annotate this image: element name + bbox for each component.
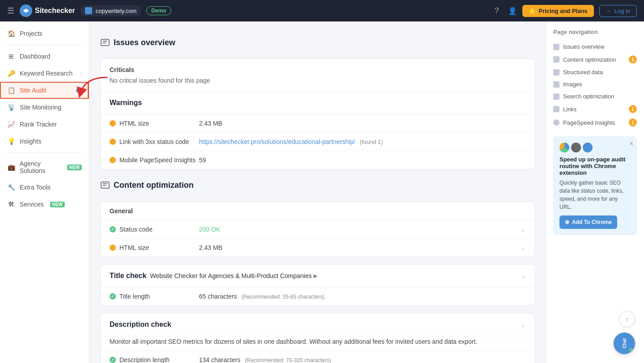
content-nav-icon [553, 56, 559, 63]
sitechecker-small-icon [583, 143, 593, 152]
sidebar-label-projects: Projects [20, 30, 42, 37]
site-audit-icon: 📋 [7, 86, 15, 94]
page-nav-item-issues-overview[interactable]: Issues overview [553, 41, 637, 53]
page-nav-label-search-opt: Search optimization [563, 93, 614, 100]
title-length-row: Title length 65 characters (Recommended:… [101, 287, 534, 305]
svg-rect-4 [101, 182, 109, 188]
page-nav-title: Page navigation [553, 29, 637, 35]
description-length-chars: 134 characters [199, 356, 241, 363]
pricing-label: Pricing and Plans [538, 8, 587, 14]
link-3xx-url[interactable]: https://sitechecker.pro/solutions/educat… [199, 138, 355, 145]
title-check-header[interactable]: Title check Website Checker for Agencies… [101, 265, 534, 287]
title-length-chars: 65 characters [199, 293, 237, 300]
user-icon[interactable]: 👤 [508, 7, 517, 15]
description-length-row: Description length 134 characters (Recom… [101, 350, 534, 363]
title-check-label: Title check [110, 272, 146, 280]
sidebar: 🏠 Projects ⊞ Dashboard 🔑 Keyword Researc… [0, 21, 89, 363]
page-nav-label-issues-overview: Issues overview [563, 43, 604, 50]
content-opt-badge: 1 [629, 55, 637, 63]
warning-value-html-size: 2.43 MB [199, 120, 525, 127]
page-nav-item-pagespeed[interactable]: PageSpeed Insights 1 [553, 116, 637, 129]
title-check-expand[interactable]: ⌄ [521, 272, 525, 279]
login-button[interactable]: → Log in [599, 5, 637, 17]
chrome-btn-icon: ⊕ [565, 219, 569, 225]
sidebar-item-dashboard[interactable]: ⊞ Dashboard [0, 48, 89, 65]
sidebar-label-site-monitoring: Site Monitoring [20, 104, 61, 111]
sidebar-label-dashboard: Dashboard [20, 53, 51, 60]
html-size-expand[interactable]: ⌄ [521, 244, 525, 251]
sidebar-item-site-audit[interactable]: 📋 Site Audit [0, 82, 89, 99]
warning-row-pagespeed: Mobile PageSpeed Insights 59 [101, 151, 534, 169]
add-to-chrome-button[interactable]: ⊕ Add To Chrome [559, 215, 617, 229]
title-check-section: Title check Website Checker for Agencies… [100, 264, 535, 306]
general-section: General Status code 200 OK ⌄ HTML size [100, 201, 535, 257]
chat-label: Chat [622, 338, 627, 348]
chrome-btn-label: Add To Chrome [572, 219, 612, 225]
sidebar-item-projects[interactable]: 🏠 Projects [0, 25, 89, 42]
promo-description: Quickly gather basic SEO data like statu… [559, 179, 631, 211]
sidebar-item-insights[interactable]: 💡 Insights [0, 133, 89, 150]
promo-close-button[interactable]: × [630, 140, 633, 147]
svg-rect-1 [101, 39, 109, 46]
status-code-label: Status code [110, 226, 199, 233]
title-length-value: 65 characters (Recommended: 35-65 charac… [199, 293, 525, 300]
insights-icon: 💡 [7, 137, 15, 145]
link-3xx-found: (found 1) [360, 139, 383, 145]
page-nav-item-images[interactable]: Images [553, 78, 637, 90]
sidebar-label-agency-solutions: Agency Solutions [20, 160, 61, 174]
description-check-header[interactable]: Description check ⌄ [101, 313, 534, 336]
ok-dot-status [110, 226, 116, 232]
description-check-section: Description check ⌄ Monitor all importan… [100, 313, 535, 363]
warning-dot-link-3xx [110, 139, 116, 145]
promo-title: Speed up on-page audit routine with Chro… [559, 156, 631, 176]
sidebar-item-keyword-research[interactable]: 🔑 Keyword Research › [0, 65, 89, 82]
title-check-value-container: Website Checker for Agencies & Multi-Pro… [150, 272, 318, 279]
home-icon: 🏠 [7, 30, 15, 38]
sidebar-label-site-audit: Site Audit [20, 87, 46, 94]
logo-text: Sitechecker [35, 7, 75, 15]
content-optimization-title: Content optimization [114, 181, 194, 190]
html-size-value: 2.43 MB [199, 244, 521, 251]
page-nav-item-structured-data[interactable]: Structured data [553, 66, 637, 78]
description-value: Monitor all important SEO metrics for do… [110, 338, 525, 345]
page-nav-label-structured-data: Structured data [563, 69, 603, 76]
page-nav-item-links[interactable]: Links 1 [553, 102, 637, 116]
description-length-value: 134 characters (Recommended: 70-320 char… [199, 356, 525, 363]
html-size-label: HTML size [110, 244, 199, 251]
status-code-value: 200 OK [199, 226, 521, 233]
chat-widget[interactable]: Chat [614, 333, 635, 354]
services-icon: 🛠 [7, 200, 15, 208]
images-nav-icon [553, 81, 559, 88]
page-nav-label-content-opt: Content optimization [563, 56, 616, 63]
search-opt-nav-icon [553, 93, 559, 100]
extra-tools-icon: 🔧 [7, 183, 15, 191]
criticals-label: Criticals [110, 66, 525, 73]
sidebar-item-rank-tracker[interactable]: 📈 Rank Tracker [0, 116, 89, 133]
content-optimization-header: Content optimization [100, 177, 535, 196]
criticals-row: Criticals No critical issues found for t… [101, 59, 534, 91]
scroll-up-button[interactable]: ↑ [619, 311, 635, 327]
pricing-button[interactable]: ⭐ Pricing and Plans [522, 5, 593, 17]
pagespeed-nav-icon [553, 119, 559, 126]
content-opt-icon [100, 180, 110, 190]
site-selector[interactable]: copywritely.com [80, 5, 141, 16]
description-check-expand[interactable]: ⌄ [521, 321, 525, 328]
title-arrow-icon: ▶ [314, 273, 318, 279]
page-nav-item-content-optimization[interactable]: Content optimization 1 [553, 53, 637, 66]
page-nav-item-search-optimization[interactable]: Search optimization [553, 90, 637, 102]
sidebar-label-keyword-research: Keyword Research [20, 70, 72, 77]
agency-new-badge: NEW [67, 165, 82, 170]
status-code-row: Status code 200 OK ⌄ [101, 220, 534, 238]
sidebar-item-services[interactable]: 🛠 Services NEW [0, 196, 89, 213]
warning-dot-pagespeed [110, 157, 116, 163]
status-code-expand[interactable]: ⌄ [521, 226, 525, 233]
sidebar-item-extra-tools[interactable]: 🔧 Extra Tools [0, 179, 89, 196]
ok-dot-title [110, 293, 116, 300]
sidebar-item-site-monitoring[interactable]: 📡 Site Monitoring [0, 99, 89, 116]
menu-icon[interactable]: ☰ [7, 6, 14, 16]
help-icon[interactable]: ? [490, 4, 503, 17]
rank-tracker-icon: 📈 [7, 120, 15, 128]
sidebar-item-agency-solutions[interactable]: 💼 Agency Solutions NEW [0, 156, 89, 179]
description-length-rec: (Recommended: 70-320 characters) [245, 357, 331, 363]
warning-value-pagespeed: 59 [199, 156, 525, 164]
